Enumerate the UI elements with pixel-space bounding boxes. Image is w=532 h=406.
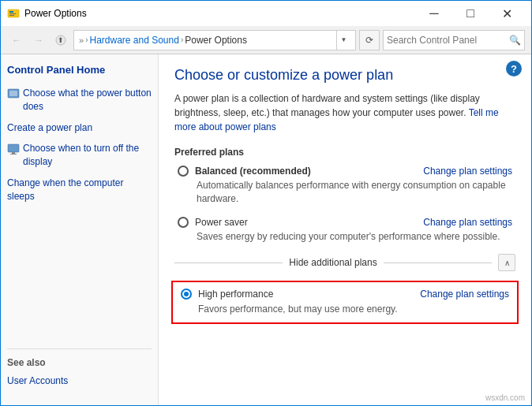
address-bar: ← → ⬆ » › Hardware and Sound › Power Opt… xyxy=(1,26,531,54)
sidebar-home-link[interactable]: Control Panel Home xyxy=(7,64,152,76)
sidebar-link-power-button[interactable]: Choose what the power button does xyxy=(7,87,152,114)
plan-power-saver-name: Power saver xyxy=(195,217,248,228)
preferred-plans-label: Preferred plans xyxy=(174,147,515,158)
panel-title: Choose or customize a power plan xyxy=(174,67,515,84)
svg-rect-2 xyxy=(9,13,16,14)
breadcrumb-hardware-sound[interactable]: Hardware and Sound xyxy=(89,35,178,46)
plan-balanced-header: Balanced (recommended) Change plan setti… xyxy=(178,166,512,177)
forward-button[interactable]: → xyxy=(29,31,48,50)
breadcrumb-sep2: › xyxy=(181,35,183,44)
expand-plans-button[interactable]: ∧ xyxy=(498,254,515,271)
plan-balanced-name: Balanced (recommended) xyxy=(195,166,311,177)
window-controls: ─ □ ✕ xyxy=(416,1,525,26)
svg-rect-7 xyxy=(9,91,17,96)
breadcrumb-bar: » › Hardware and Sound › Power Options ▼ xyxy=(73,30,356,50)
close-button[interactable]: ✕ xyxy=(489,1,525,26)
search-icon: 🔍 xyxy=(509,35,521,46)
right-panel: ? Choose or customize a power plan A pow… xyxy=(159,54,531,405)
plan-power-saver-radio[interactable] xyxy=(178,217,189,228)
plan-high-performance-radio[interactable] xyxy=(181,289,192,300)
plan-high-performance-desc: Favors performance, but may use more ene… xyxy=(198,303,398,316)
panel-description: A power plan is a collection of hardware… xyxy=(174,91,515,134)
up-button[interactable]: ⬆ xyxy=(51,31,70,50)
high-performance-left: High performance Favors performance, but… xyxy=(181,289,398,316)
breadcrumb-dropdown-button[interactable]: ▼ xyxy=(336,31,350,50)
help-button[interactable]: ? xyxy=(506,61,522,76)
plan-balanced-change[interactable]: Change plan settings xyxy=(423,166,512,177)
svg-rect-10 xyxy=(10,154,17,155)
svg-rect-1 xyxy=(9,11,13,13)
sidebar-divider xyxy=(7,348,152,349)
high-performance-name-row: High performance xyxy=(181,289,398,300)
plan-power-saver-name-wrap: Power saver xyxy=(178,217,248,228)
hide-additional-label: Hide additional plans xyxy=(289,257,377,268)
plan-power-saver-desc: Saves energy by reducing your computer's… xyxy=(197,230,512,244)
plan-power-saver-change[interactable]: Change plan settings xyxy=(423,217,512,228)
search-input[interactable] xyxy=(387,35,509,46)
back-button[interactable]: ← xyxy=(7,31,26,50)
breadcrumb-power-options: Power Options xyxy=(185,35,247,46)
see-also-label: See also xyxy=(7,357,152,368)
plan-high-performance-name: High performance xyxy=(198,289,273,300)
minimize-button[interactable]: ─ xyxy=(416,1,452,26)
plan-high-performance-change[interactable]: Change plan settings xyxy=(420,289,509,300)
plan-item-high-performance: High performance Favors performance, but… xyxy=(171,281,519,324)
plan-power-saver-header: Power saver Change plan settings xyxy=(178,217,512,228)
search-box: 🔍 xyxy=(383,30,525,50)
divider-line-right xyxy=(384,263,492,263)
svg-rect-9 xyxy=(12,152,15,154)
main-content: Control Panel Home Choose what the power… xyxy=(1,54,531,405)
window-title: Power Options xyxy=(24,8,416,19)
watermark: wsxdn.com xyxy=(485,393,525,402)
breadcrumb-sep1: › xyxy=(85,35,88,44)
maximize-button[interactable]: □ xyxy=(452,1,489,26)
sidebar-user-accounts-link[interactable]: User Accounts xyxy=(7,374,152,388)
plan-item-power-saver: Power saver Change plan settings Saves e… xyxy=(174,217,515,244)
sidebar-link-turn-off-display[interactable]: Choose when to turn off the display xyxy=(7,142,152,169)
divider-line-left xyxy=(174,263,283,263)
sidebar-link-create-plan[interactable]: Create a power plan xyxy=(7,121,152,135)
breadcrumb-double-arrow: » xyxy=(79,35,84,45)
plan-item-balanced: Balanced (recommended) Change plan setti… xyxy=(174,166,515,206)
plan-balanced-desc: Automatically balances performance with … xyxy=(197,179,512,206)
sidebar-link-computer-sleeps[interactable]: Change when the computer sleeps xyxy=(7,177,152,203)
window-icon xyxy=(7,7,20,20)
sidebar: Control Panel Home Choose what the power… xyxy=(1,54,159,405)
hide-additional-divider: Hide additional plans ∧ xyxy=(174,254,515,271)
svg-rect-3 xyxy=(9,15,14,16)
svg-text:⬆: ⬆ xyxy=(58,36,64,44)
power-button-icon xyxy=(7,88,20,100)
plan-balanced-radio[interactable] xyxy=(178,166,189,177)
title-bar: Power Options ─ □ ✕ xyxy=(1,1,531,26)
refresh-button[interactable]: ⟳ xyxy=(359,30,380,50)
svg-rect-8 xyxy=(8,144,19,152)
plan-balanced-name-wrap: Balanced (recommended) xyxy=(178,166,311,177)
main-window: Power Options ─ □ ✕ ← → ⬆ » › Hardware a… xyxy=(0,0,532,406)
display-icon xyxy=(7,143,20,155)
